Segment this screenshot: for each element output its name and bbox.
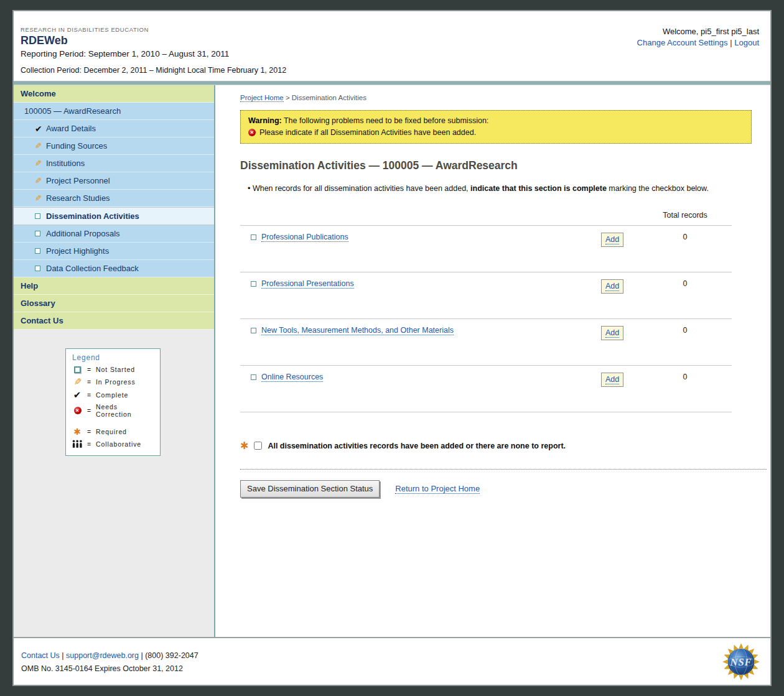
teal-divider-band (14, 81, 770, 85)
account-area: Welcome, pi5_first pi5_last Change Accou… (637, 27, 759, 47)
page-title: Dissemination Activities — 100005 — Awar… (240, 159, 752, 172)
sidebar-item-contact-us[interactable]: Contact Us (14, 312, 214, 330)
instruction-text: • When records for all dissemination act… (240, 183, 744, 195)
not-started-square-icon (251, 374, 256, 380)
omb-notice: OMB No. 3145-0164 Expires October 31, 20… (21, 664, 770, 673)
return-to-project-home-link[interactable]: Return to Project Home (395, 484, 480, 494)
nsf-logo: NSF (722, 643, 760, 681)
sidebar-item-dissemination-activities[interactable]: Dissemination Activities (14, 207, 214, 225)
app-window: RESEARCH IN DISABILITIES EDUCATION RDEWe… (12, 10, 772, 686)
sidebar-item-award[interactable]: 100005 — AwardResearch (14, 103, 214, 120)
complete-check-icon: ✔ (35, 124, 46, 133)
sidebar-item-institutions[interactable]: ✎ Institutions (14, 155, 214, 172)
section-complete-row: ✱ All dissemination activities records h… (240, 441, 752, 451)
in-progress-pencil-icon: ✎ (35, 177, 46, 185)
footer-separator: | (141, 651, 142, 660)
save-dissemination-status-button[interactable]: Save Dissemination Section Status (240, 480, 380, 498)
breadcrumb-current: Dissemination Activities (292, 94, 366, 101)
record-count: 0 (638, 279, 732, 288)
table-header: Total records (240, 211, 732, 225)
legend-item-collaborative: = Collaborative (72, 440, 155, 448)
welcome-user: Welcome, pi5_first pi5_last (637, 27, 759, 36)
main-content: Project Home > Dissemination Activities … (215, 85, 770, 637)
required-asterisk-icon: ✱ (72, 427, 83, 436)
record-count: 0 (638, 373, 732, 381)
warning-line1: Warning: The following problems need to … (248, 116, 744, 125)
breadcrumb-project-home-link[interactable]: Project Home (240, 94, 284, 102)
in-progress-pencil-icon: ✎ (72, 377, 83, 386)
not-started-square-icon (35, 248, 46, 254)
reporting-period: Reporting Period: September 1, 2010 – Au… (21, 49, 759, 58)
table-row-professional-publications: Professional Publications Add 0 (240, 225, 732, 272)
professional-publications-link[interactable]: Professional Publications (261, 233, 348, 242)
page-header: RESEARCH IN DISABILITIES EDUCATION RDEWe… (14, 11, 770, 81)
total-records-header: Total records (638, 211, 732, 220)
bullet: • (248, 184, 250, 193)
not-started-square-icon (251, 328, 256, 333)
error-icon: × (248, 129, 256, 136)
legend-box: Legend = Not Started ✎ = In Progress ✔ =… (65, 348, 161, 456)
logout-link[interactable]: Logout (734, 38, 759, 47)
record-count: 0 (638, 326, 732, 335)
not-started-square-icon (35, 213, 46, 219)
warning-box: Warning: The following problems need to … (240, 110, 752, 144)
sidebar-item-additional-proposals[interactable]: Additional Proposals (14, 225, 214, 243)
not-started-square-icon (251, 234, 256, 240)
add-professional-presentations-button[interactable]: Add (601, 279, 623, 294)
nsf-logo-text: NSF (730, 656, 752, 668)
activities-table: Total records Professional Publications … (240, 211, 732, 412)
dotted-separator (240, 469, 767, 470)
add-new-tools-button[interactable]: Add (601, 326, 623, 340)
all-records-added-label[interactable]: All dissemination activities records hav… (268, 442, 566, 450)
table-bottom-border (240, 412, 732, 412)
sidebar-item-project-personnel[interactable]: ✎ Project Personnel (14, 172, 214, 190)
new-tools-link[interactable]: New Tools, Measurement Methods, and Othe… (261, 326, 454, 335)
not-started-square-icon (35, 231, 46, 236)
in-progress-pencil-icon: ✎ (35, 194, 46, 202)
footer-phone: (800) 392-2047 (145, 651, 198, 660)
record-count: 0 (638, 233, 732, 241)
link-separator: | (730, 38, 732, 47)
professional-presentations-link[interactable]: Professional Presentations (261, 279, 354, 289)
change-account-settings-link[interactable]: Change Account Settings (637, 38, 728, 47)
sidebar-item-funding-sources[interactable]: ✎ Funding Sources (14, 137, 214, 155)
legend-item-in-progress: ✎ = In Progress (72, 377, 155, 386)
add-professional-publications-button[interactable]: Add (601, 233, 623, 247)
sidebar-item-data-collection-feedback[interactable]: Data Collection Feedback (14, 260, 214, 277)
warning-line2: × Please indicate if all Dissemination A… (248, 128, 744, 137)
legend-title: Legend (72, 353, 155, 362)
sidebar-nav: Welcome 100005 — AwardResearch ✔ Award D… (14, 85, 215, 637)
complete-check-icon: ✔ (72, 390, 83, 399)
collection-period: Collection Period: December 2, 2011 – Mi… (21, 66, 759, 75)
table-row-online-resources: Online Resources Add 0 (240, 365, 732, 412)
footer-contact-us-link[interactable]: Contact Us (21, 651, 60, 660)
footer-email-link[interactable]: support@rdeweb.org (66, 651, 139, 660)
sidebar-item-research-studies[interactable]: ✎ Research Studies (14, 190, 214, 207)
not-started-square-icon (72, 366, 83, 373)
in-progress-pencil-icon: ✎ (35, 159, 46, 167)
collaborative-people-icon (72, 440, 83, 448)
required-asterisk-icon: ✱ (240, 441, 248, 451)
table-row-professional-presentations: Professional Presentations Add 0 (240, 272, 732, 318)
sidebar-item-welcome[interactable]: Welcome (14, 85, 214, 103)
breadcrumb: Project Home > Dissemination Activities (240, 90, 752, 101)
needs-correction-icon: × (72, 407, 83, 414)
sidebar-item-glossary[interactable]: Glossary (14, 295, 214, 312)
footer-separator: | (62, 651, 63, 660)
table-row-new-tools: New Tools, Measurement Methods, and Othe… (240, 318, 732, 365)
sidebar-item-help[interactable]: Help (14, 277, 214, 295)
not-started-square-icon (251, 281, 256, 287)
online-resources-link[interactable]: Online Resources (261, 373, 323, 382)
sidebar-item-project-highlights[interactable]: Project Highlights (14, 243, 214, 260)
all-records-added-checkbox[interactable] (254, 442, 262, 450)
page-footer: Contact Us | support@rdeweb.org | (800) … (14, 637, 770, 685)
sidebar-item-award-details[interactable]: ✔ Award Details (14, 120, 214, 137)
not-started-square-icon (35, 266, 46, 271)
actions-row: Save Dissemination Section Status Return… (240, 480, 752, 522)
legend-item-complete: ✔ = Complete (72, 390, 155, 399)
legend-item-not-started: = Not Started (72, 366, 155, 373)
add-online-resources-button[interactable]: Add (601, 373, 623, 387)
breadcrumb-separator: > (286, 94, 290, 101)
in-progress-pencil-icon: ✎ (35, 142, 46, 150)
legend-item-required: ✱ = Required (72, 427, 155, 436)
